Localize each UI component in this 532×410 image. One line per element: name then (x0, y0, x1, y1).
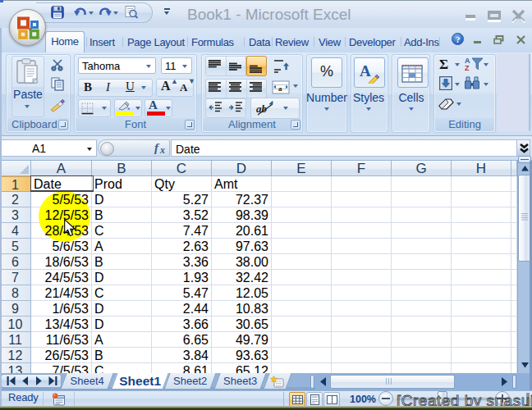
svg-text:Z: Z (465, 64, 470, 71)
svg-text:a: a (278, 84, 282, 93)
